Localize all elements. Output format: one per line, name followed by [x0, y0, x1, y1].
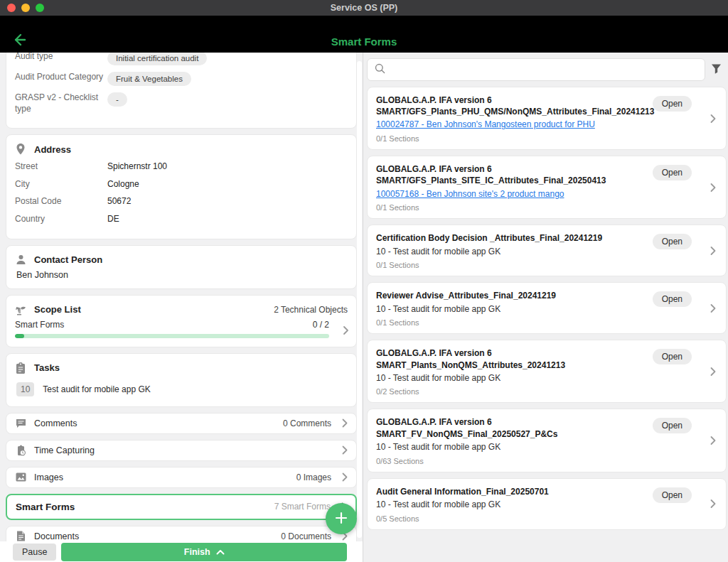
- form-title: Reviewer Advise_Attributes_Final_2024121…: [376, 290, 655, 301]
- smart-form-card[interactable]: Audit General Information_Final_20250701…: [367, 478, 727, 530]
- documents-label: Documents: [34, 531, 79, 541]
- scope-smart-forms-row[interactable]: Smart Forms 0 / 2: [15, 320, 348, 330]
- contact-person-card: Contact Person Ben Johnson: [6, 245, 357, 289]
- city-label: City: [15, 179, 107, 190]
- form-sections: 0/1 Sections: [376, 261, 655, 269]
- status-badge: Open: [653, 349, 692, 364]
- form-subtitle: 10 - Test audit for mobile app GK: [376, 246, 500, 258]
- form-sections: 0/1 Sections: [376, 318, 655, 327]
- scope-list-card[interactable]: Scope List 2 Technical Objects Smart For…: [6, 295, 357, 347]
- chevron-right-icon: [710, 303, 716, 313]
- sidebar-item-documents[interactable]: Documents 0 Documents: [6, 526, 357, 541]
- search-input[interactable]: [391, 65, 697, 75]
- country-row: Country DE: [15, 214, 348, 225]
- images-count: 0 Images: [296, 472, 331, 482]
- comments-count: 0 Comments: [283, 418, 331, 428]
- finish-button-label: Finish: [184, 547, 210, 557]
- smart-form-card[interactable]: GLOBALG.A.P. IFA version 6 SMART/GFS_Pla…: [367, 156, 727, 219]
- task-item[interactable]: 10 Test audit for mobile app GK: [16, 382, 348, 396]
- status-badge: Open: [653, 487, 692, 503]
- search-box: [367, 58, 705, 81]
- pause-button[interactable]: Pause: [13, 544, 56, 561]
- comment-icon: [15, 418, 26, 429]
- audit-type-row: Audit type Initial certification audit: [15, 53, 348, 65]
- documents-count: 0 Documents: [281, 531, 331, 541]
- scope-progress-text: 0 / 2: [313, 320, 329, 330]
- form-title: Audit General Information_Final_20250701: [376, 486, 655, 497]
- chevron-right-icon: [343, 325, 349, 338]
- filter-button[interactable]: [705, 58, 727, 81]
- smart-forms-count: 7 Smart Forms: [274, 502, 331, 512]
- map-pin-icon: [15, 144, 26, 155]
- audit-product-category-label: Audit Product Category: [15, 72, 107, 83]
- smart-forms-label: Smart Forms: [16, 502, 75, 512]
- tasks-card: Tasks 10 Test audit for mobile app GK: [6, 353, 357, 407]
- form-sections: 0/1 Sections: [376, 134, 655, 143]
- back-button[interactable]: [10, 31, 28, 50]
- contact-person-name: Ben Johnson: [16, 270, 348, 280]
- chevron-right-icon: [342, 418, 348, 428]
- sidebar-item-time-capturing[interactable]: Time Capturing: [6, 440, 357, 461]
- smart-form-card[interactable]: GLOBALG.A.P. IFA version 6 SMART_FV_NonQ…: [367, 409, 727, 472]
- person-icon: [15, 254, 26, 266]
- document-icon: [15, 531, 26, 541]
- time-capturing-label: Time Capturing: [34, 445, 95, 455]
- chevron-right-icon: [342, 472, 348, 482]
- comments-label: Comments: [34, 418, 77, 428]
- task-text: Test audit for mobile app GK: [43, 384, 150, 394]
- smart-forms-panel: GLOBALG.A.P. IFA version 6 SMART/GFS_Pla…: [363, 53, 728, 562]
- scrollbar-track[interactable]: [357, 61, 362, 538]
- technical-objects-count: 2 Technical Objects: [274, 305, 348, 315]
- audit-type-label: Audit type: [15, 53, 107, 63]
- postal-code-label: Postal Code: [15, 196, 107, 207]
- form-subtitle: 10 - Test audit for mobile app GK: [376, 372, 500, 384]
- form-sections: 0/5 Sections: [376, 514, 655, 523]
- status-badge: Open: [653, 418, 692, 433]
- task-number-badge: 10: [16, 382, 34, 396]
- form-sections: 0/1 Sections: [376, 203, 655, 212]
- postal-code-value: 50672: [107, 196, 131, 207]
- chevron-right-icon: [710, 436, 716, 445]
- smart-form-card[interactable]: GLOBALG.A.P. IFA version 6 SMART/GFS_Pla…: [367, 87, 727, 150]
- add-button[interactable]: [326, 503, 357, 534]
- audit-detail-scroll: Audit type Initial certification audit A…: [0, 53, 363, 541]
- smart-form-card[interactable]: Reviewer Advise_Attributes_Final_2024121…: [367, 282, 727, 334]
- address-title: Address: [34, 144, 348, 155]
- address-card: Address Street Spichernstr 100 City Colo…: [6, 134, 357, 239]
- country-label: Country: [15, 214, 107, 225]
- audit-type-chip: Initial certification audit: [107, 53, 207, 65]
- form-link[interactable]: 100024787 - Ben Johnson's Mangosteen pro…: [376, 119, 595, 131]
- street-label: Street: [15, 161, 107, 173]
- scope-list-title: Scope List: [34, 304, 266, 315]
- smart-form-card[interactable]: Certification Body Decision _Attributes_…: [367, 225, 727, 276]
- form-link[interactable]: 100057168 - Ben Johnson site's 2 product…: [376, 188, 564, 200]
- window-titlebar: Service OS (PP): [0, 0, 728, 16]
- grasp-checklist-row: GRASP v2 - Checklist type -: [15, 92, 348, 114]
- street-row: Street Spichernstr 100: [15, 161, 348, 173]
- grasp-checklist-chip: -: [107, 92, 127, 107]
- chevron-right-icon: [710, 183, 716, 192]
- scope-sub-label: Smart Forms: [15, 320, 313, 330]
- chevron-right-icon: [710, 367, 716, 376]
- audit-product-category-row: Audit Product Category Fruit & Vegetable…: [15, 72, 348, 86]
- grasp-checklist-label: GRASP v2 - Checklist type: [15, 92, 107, 114]
- form-sections: 0/2 Sections: [376, 387, 655, 396]
- scope-icon: [15, 304, 26, 315]
- form-subtitle: 10 - Test audit for mobile app GK: [376, 499, 500, 511]
- street-value: Spichernstr 100: [107, 161, 167, 173]
- status-badge: Open: [653, 165, 692, 180]
- chevron-right-icon: [342, 445, 348, 455]
- finish-button[interactable]: Finish: [61, 543, 347, 561]
- sidebar-item-comments[interactable]: Comments 0 Comments: [6, 413, 357, 434]
- sidebar-item-smart-forms[interactable]: Smart Forms 7 Smart Forms: [6, 494, 357, 520]
- smart-form-card[interactable]: GLOBALG.A.P. IFA version 6 SMART_Plants_…: [367, 340, 727, 403]
- sidebar-item-images[interactable]: Images 0 Images: [6, 467, 357, 488]
- page-title: Smart Forms: [331, 36, 397, 48]
- plus-icon: [334, 511, 348, 527]
- filter-funnel-icon: [711, 63, 722, 76]
- form-title: GLOBALG.A.P. IFA version 6 SMART_FV_NonQ…: [376, 416, 655, 439]
- bottom-action-bar: Pause Finish: [0, 541, 363, 562]
- country-value: DE: [107, 214, 119, 225]
- city-value: Cologne: [107, 179, 139, 190]
- audit-product-category-chip: Fruit & Vegetables: [107, 72, 191, 86]
